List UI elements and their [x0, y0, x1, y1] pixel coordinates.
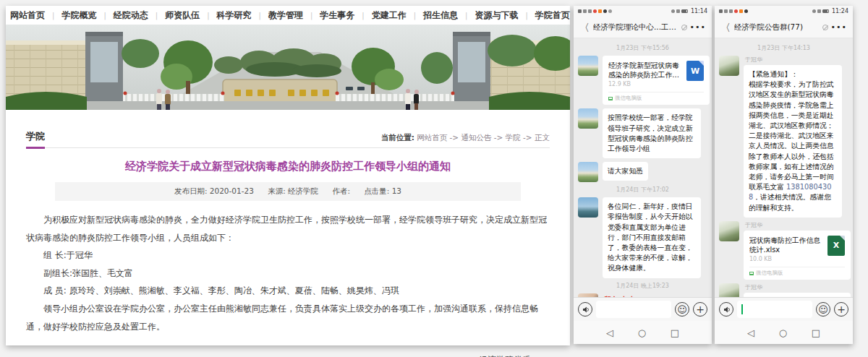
- campus-gate-illustration: [6, 25, 570, 110]
- nav-item-college-home[interactable]: 学院首页: [535, 9, 570, 22]
- article-title: 经济学院关于成立新型冠状病毒感染的肺炎防控工作领导小组的通知: [26, 160, 550, 173]
- emoji-button[interactable]: ☺: [816, 302, 830, 317]
- notice-body-end: ，讲述相关情况。感谢您的理解和支持。: [749, 193, 831, 211]
- article-paragraph: 领导小组办公室设在学院办公室，办公室主任由熊湘敏同志兼任，负责具体落实上级交办的…: [26, 300, 550, 335]
- status-bar: 11:24: [715, 6, 853, 17]
- message-text-input[interactable]: [596, 301, 671, 318]
- more-menu-button[interactable]: •••: [831, 22, 847, 32]
- battery-icon: [681, 9, 688, 13]
- emoji-button[interactable]: ☺: [675, 302, 689, 317]
- android-nav-bar: ◁ ○ □: [715, 321, 853, 344]
- notice-head: 【紧急通知】：: [749, 70, 799, 78]
- message-text: 请大家知悉: [578, 162, 707, 182]
- nav-item-admissions[interactable]: 招生信息: [423, 9, 458, 22]
- article-paragraph: 副组长:张国胜、毛文富: [26, 264, 550, 283]
- wechat-pc-icon: [608, 97, 613, 100]
- article-paragraph: 为积极应对新型冠状病毒感染的肺炎，全力做好经济学院卫生防控工作，按照学校统一部署…: [26, 211, 550, 246]
- muted-icon: [681, 25, 687, 30]
- message-sticker: 鼠年大吉: [578, 293, 707, 297]
- meta-source: 来源: 经济学院: [268, 186, 318, 195]
- wechat-group-chat-window-2: 11:24 〈 经济学院公告群(77) ••• 1月23日 下午14:13 于冠…: [715, 6, 853, 344]
- message-file-excel: 于冠华 冠状病毒防控工作信息统计 - 副本.xlsx 10.0 KB X 微信电…: [719, 283, 848, 297]
- wechat-pc-icon: [749, 272, 754, 275]
- avatar[interactable]: [578, 162, 598, 182]
- university-website-window: 网站首页 学院概览 经院动态 师资队伍 科学研究 教学管理 学生事务 党建工作 …: [6, 6, 570, 345]
- back-button[interactable]: 〈: [720, 22, 731, 33]
- android-home-button[interactable]: ○: [779, 328, 787, 337]
- chat-nav-bar: 〈 经济学院公告群(77) •••: [715, 17, 853, 38]
- text-cursor: [741, 304, 743, 314]
- sticker-caption: 鼠年大吉: [604, 295, 646, 297]
- avatar[interactable]: [578, 108, 598, 129]
- meta-author: 作者:: [332, 186, 350, 195]
- rat-year-sticker[interactable]: 鼠年大吉: [603, 293, 646, 297]
- article-signature: 经济学院党委: [26, 354, 550, 357]
- timestamp: 1月24日 下午17:02: [578, 186, 707, 194]
- back-button[interactable]: 〈: [579, 22, 590, 33]
- android-back-button[interactable]: ◁: [747, 328, 754, 337]
- android-recents-button[interactable]: □: [812, 328, 820, 337]
- avatar[interactable]: [719, 221, 739, 241]
- muted-icon: [822, 25, 828, 30]
- chat-group-title: 经济学院公告群(77): [734, 22, 820, 33]
- nav-item-overview[interactable]: 学院概览: [61, 9, 96, 22]
- message-bubble: 各位同仁，新年好，疫情日零报告制度，从今天开始以党委和直属支部为单位进行，部门不…: [603, 197, 701, 278]
- nav-item-research[interactable]: 科学研究: [217, 9, 252, 22]
- message-file-excel: 于冠华 冠状病毒防控工作信息统计.xlsx 10.0 KB X 微信电脑版: [719, 221, 848, 280]
- status-icons-right: 11:14: [671, 8, 707, 14]
- nav-item-teaching[interactable]: 教学管理: [268, 9, 303, 22]
- attach-plus-button[interactable]: +: [834, 302, 848, 317]
- chat-input-bar: ☺ +: [574, 297, 712, 321]
- chat-message-list[interactable]: 1月23日 下午15:56 经济学院新型冠状病毒感染的肺炎防控工作领导... 1…: [574, 38, 712, 297]
- avatar[interactable]: [719, 283, 739, 297]
- android-home-button[interactable]: ○: [638, 328, 646, 337]
- breadcrumb-label: 当前位置:: [381, 133, 414, 142]
- android-back-button[interactable]: ◁: [606, 328, 613, 337]
- chat-nav-bar: 〈 经济学院理论中心...工作群2020(14) •••: [574, 17, 712, 38]
- article-meta-bar: 发布日期: 2020-01-23 来源: 经济学院 作者: 点击量: 13: [55, 182, 521, 201]
- meta-publish-date: 发布日期: 2020-01-23: [174, 186, 254, 195]
- avatar[interactable]: [578, 293, 598, 297]
- attach-plus-button[interactable]: +: [693, 302, 707, 317]
- nav-item-party[interactable]: 党建工作: [372, 9, 407, 22]
- nav-item-faculty[interactable]: 师资队伍: [165, 9, 200, 22]
- nav-item-home[interactable]: 网站首页: [10, 9, 45, 22]
- status-time: 11:24: [832, 8, 848, 14]
- sender-name: 于冠华: [745, 56, 842, 64]
- file-attachment-card[interactable]: 经济学院新型冠状病毒感染的肺炎防控工作领导... 12.9 KB W 微信电脑版: [603, 56, 710, 105]
- avatar[interactable]: [578, 197, 598, 218]
- timestamp: 1月24日 晚上19:23: [578, 282, 707, 290]
- file-size: 12.9 KB: [608, 81, 682, 87]
- android-recents-button[interactable]: □: [671, 328, 679, 337]
- article-body: 为积极应对新型冠状病毒感染的肺炎，全力做好经济学院卫生防控工作，按照学校统一部署…: [26, 211, 550, 335]
- notice-body: 根据学校要求，为了防控武汉地区发生的新型冠状病毒感染肺炎疫情，学院急需上报两类信…: [749, 80, 834, 191]
- file-attachment-card[interactable]: 冠状病毒防控工作信息统计 - 副本.xlsx 10.0 KB X 微信电脑版: [744, 293, 851, 297]
- voice-input-button[interactable]: [719, 302, 733, 317]
- nav-item-news[interactable]: 经院动态: [114, 9, 148, 22]
- chat-group-title: 经济学院理论中心...工作群2020(14): [593, 22, 678, 33]
- file-source-label: 微信电脑版: [615, 95, 642, 102]
- status-time: 11:14: [691, 8, 707, 14]
- sender-name: 于冠华: [745, 221, 848, 229]
- file-size: 10.0 KB: [749, 256, 823, 262]
- nav-item-student-affairs[interactable]: 学生事务: [320, 9, 354, 22]
- section-title: 学院: [26, 130, 45, 143]
- voice-input-button[interactable]: [578, 302, 592, 317]
- section-title-underline: [26, 147, 45, 149]
- excel-file-icon: X: [827, 236, 845, 256]
- chat-message-list[interactable]: 1月23日 下午14:13 于冠华 【紧急通知】： 根据学校要求，为了防控武汉地…: [715, 38, 853, 297]
- nav-item-resources[interactable]: 资源与下载: [475, 9, 518, 22]
- article-paragraph: 组 长:于冠华: [26, 246, 550, 264]
- avatar[interactable]: [578, 56, 598, 76]
- message-text-input[interactable]: [737, 301, 812, 318]
- file-attachment-card[interactable]: 冠状病毒防控工作信息统计.xlsx 10.0 KB X 微信电脑版: [744, 231, 851, 280]
- breadcrumb-path[interactable]: 网站首页 -> 通知公告 -> 学院 -> 正文: [417, 133, 550, 142]
- breadcrumb: 当前位置: 网站首页 -> 通知公告 -> 学院 -> 正文: [381, 133, 550, 143]
- status-bar: 11:14: [574, 6, 712, 17]
- site-nav: 网站首页 学院概览 经院动态 师资队伍 科学研究 教学管理 学生事务 党建工作 …: [6, 6, 570, 25]
- avatar[interactable]: [719, 56, 739, 76]
- message-text: 于冠华 【紧急通知】： 根据学校要求，为了防控武汉地区发生的新型冠状病毒感染肺炎…: [719, 56, 848, 218]
- message-text: 各位同仁，新年好，疫情日零报告制度，从今天开始以党委和直属支部为单位进行，部门不…: [578, 197, 707, 278]
- chat-input-bar: ☺ +: [715, 297, 853, 321]
- more-menu-button[interactable]: •••: [690, 22, 706, 32]
